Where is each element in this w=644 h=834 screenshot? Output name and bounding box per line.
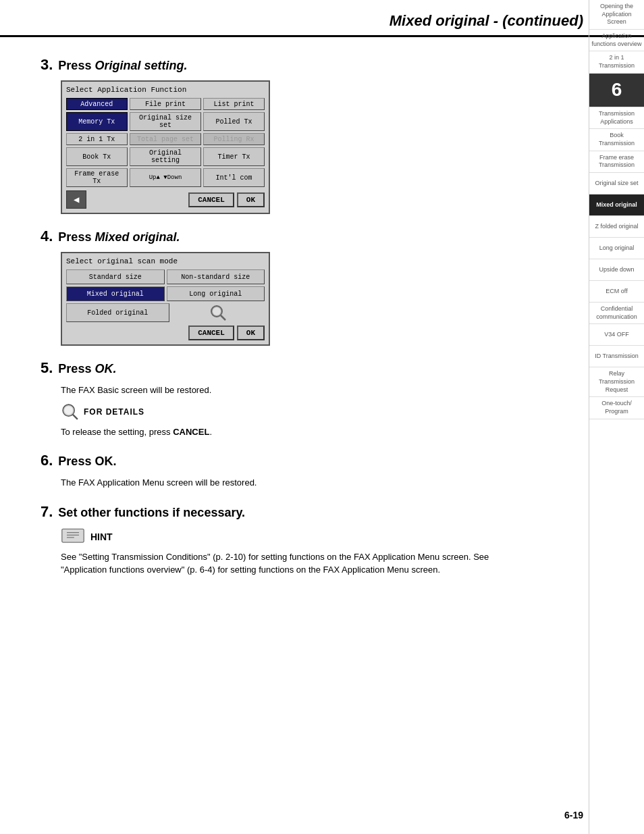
btn-original-setting[interactable]: Original setting xyxy=(130,147,202,166)
for-details-container: FOR DETAILS xyxy=(61,402,520,421)
sidebar-item-original-size[interactable]: Original size set xyxy=(589,173,644,194)
scan-row1: Standard size Non-standard size xyxy=(66,269,265,284)
svg-line-2 xyxy=(221,315,225,320)
btn-memory-tx[interactable]: Memory Tx xyxy=(66,112,128,131)
sidebar-item-confidential[interactable]: Confidential communication xyxy=(589,303,644,324)
page-number: 6-19 xyxy=(564,810,583,820)
step-6-text: Press OK. xyxy=(58,454,116,469)
btn-up-down[interactable]: Up▲ ▼Down xyxy=(130,168,202,187)
btn-cancel-2[interactable]: CANCEL xyxy=(188,325,234,340)
btn-standard-size[interactable]: Standard size xyxy=(66,269,165,284)
step-4-number: 4. xyxy=(41,228,53,245)
dialog2-bottom: CANCEL OK xyxy=(66,325,265,340)
step-4-heading: 4. Press Mixed original. xyxy=(41,228,520,245)
btn-book-tx[interactable]: Book Tx xyxy=(66,147,128,166)
step-5-number: 5. xyxy=(41,359,53,377)
btn-original-size-set[interactable]: Original size set xyxy=(130,112,202,131)
for-details-body: To release the setting, press CANCEL. xyxy=(61,425,520,439)
step-6-number: 6. xyxy=(41,452,53,469)
btn-2in1-tx[interactable]: 2 in 1 Tx xyxy=(66,133,128,145)
step-5: 5. Press OK. The FAX Basic screen will b… xyxy=(41,359,520,438)
dialog-application-function: Select Application Function Advanced Fil… xyxy=(61,80,270,214)
btn-total-page-set: Total page set xyxy=(130,133,202,145)
svg-line-5 xyxy=(73,414,78,419)
step-4-text: Press Mixed original. xyxy=(58,230,180,244)
step-6-body: The FAX Application Menu screen will be … xyxy=(61,476,520,490)
sidebar-item-frame-erase[interactable]: Frame erase Transmission xyxy=(589,151,644,173)
sidebar-item-upside-down[interactable]: Upside down xyxy=(589,259,644,281)
sidebar-item-book[interactable]: Book Transmission xyxy=(589,129,644,151)
btn-ok-2[interactable]: OK xyxy=(237,325,265,340)
btn-back[interactable]: ◀ xyxy=(66,190,86,209)
btn-timer-tx[interactable]: Timer Tx xyxy=(203,147,265,166)
svg-rect-6 xyxy=(62,529,84,542)
page-header: Mixed original - (continued) xyxy=(0,0,644,37)
sidebar-item-2in1[interactable]: 2 in 1 Transmission xyxy=(589,51,644,73)
hint-container: HINT xyxy=(61,527,520,546)
dialog-scan-mode: Select original scan mode Standard size … xyxy=(61,252,270,346)
btn-long-original[interactable]: Long original xyxy=(167,286,265,301)
dialog1-row3: 2 in 1 Tx Total page set Polling Rx xyxy=(66,133,265,145)
step-5-body: The FAX Basic screen will be restored. xyxy=(61,384,520,397)
sidebar-chapter-number: 6 xyxy=(589,74,644,107)
dialog2-title: Select original scan mode xyxy=(66,257,265,265)
btn-intl-com[interactable]: Int'l com xyxy=(203,168,265,187)
dialog1-row1: Advanced File print List print xyxy=(66,98,265,110)
sidebar-item-mixed-original[interactable]: Mixed original xyxy=(589,194,644,216)
for-details-icon xyxy=(61,402,80,421)
btn-folded-original[interactable]: Folded original xyxy=(66,303,169,322)
svg-point-1 xyxy=(213,307,221,315)
sidebar-item-transmission-apps[interactable]: Transmission Applications xyxy=(589,107,644,129)
step-5-heading: 5. Press OK. xyxy=(41,359,520,377)
hint-body: See "Setting Transmission Conditions" (p… xyxy=(61,550,520,577)
sidebar-item-one-touch[interactable]: One-touch/ Program xyxy=(589,397,644,419)
step-5-text: Press OK. xyxy=(58,362,116,376)
dialog1-row5: Frame erase Tx Up▲ ▼Down Int'l com xyxy=(66,168,265,187)
step-7-heading: 7. Set other functions if necessary. xyxy=(41,503,520,521)
btn-mixed-original[interactable]: Mixed original xyxy=(66,286,165,301)
step-7-text: Set other functions if necessary. xyxy=(58,506,245,520)
step-7: 7. Set other functions if necessary. HIN… xyxy=(41,503,520,577)
magnify-small-icon xyxy=(209,303,227,322)
step-6: 6. Press OK. The FAX Application Menu sc… xyxy=(41,452,520,490)
btn-list-print[interactable]: List print xyxy=(203,98,265,110)
btn-advanced[interactable]: Advanced xyxy=(66,98,128,110)
sidebar-item-app-functions[interactable]: Application functions overview xyxy=(589,30,644,51)
scan-row3: Folded original xyxy=(66,303,265,322)
hint-icon xyxy=(61,527,85,546)
sidebar-item-z-folded[interactable]: Z folded original xyxy=(589,216,644,238)
step-6-heading: 6. Press OK. xyxy=(41,452,520,469)
page-title: Mixed original - (continued) xyxy=(27,12,583,30)
dialog1-row4: Book Tx Original setting Timer Tx xyxy=(66,147,265,166)
btn-ok-1[interactable]: OK xyxy=(237,192,265,207)
sidebar: Opening the Application Screen Applicati… xyxy=(589,0,644,834)
sidebar-item-relay[interactable]: Relay Transmission Request xyxy=(589,367,644,397)
btn-cancel-1[interactable]: CANCEL xyxy=(188,192,234,207)
sidebar-item-opening[interactable]: Opening the Application Screen xyxy=(589,0,644,30)
btn-file-print[interactable]: File print xyxy=(130,98,202,110)
svg-point-4 xyxy=(64,406,72,414)
btn-polled-tx[interactable]: Polled Tx xyxy=(203,112,265,131)
for-details-label: FOR DETAILS xyxy=(84,407,144,417)
btn-frame-erase-tx[interactable]: Frame erase Tx xyxy=(66,168,128,187)
step-7-number: 7. xyxy=(41,503,53,521)
sidebar-item-long-original[interactable]: Long original xyxy=(589,238,644,259)
scan-icon-area xyxy=(171,303,265,322)
dialog1-row2: Memory Tx Original size set Polled Tx xyxy=(66,112,265,131)
step-3-number: 3. xyxy=(41,56,53,74)
hint-label: HINT xyxy=(90,531,113,542)
dialog1-bottom: ◀ CANCEL OK xyxy=(66,190,265,209)
step-3: 3. Press Original setting. Select Applic… xyxy=(41,56,520,214)
scan-row2: Mixed original Long original xyxy=(66,286,265,301)
sidebar-item-id-transmission[interactable]: ID Transmission xyxy=(589,346,644,367)
step-3-text: Press Original setting. xyxy=(58,59,187,73)
sidebar-item-v34-off[interactable]: V34 OFF xyxy=(589,324,644,346)
main-content: 3. Press Original setting. Select Applic… xyxy=(0,49,581,610)
step-3-heading: 3. Press Original setting. xyxy=(41,56,520,74)
sidebar-item-ecm-off[interactable]: ECM off xyxy=(589,281,644,303)
step-4: 4. Press Mixed original. Select original… xyxy=(41,228,520,346)
btn-polling-rx: Polling Rx xyxy=(203,133,265,145)
dialog1-title: Select Application Function xyxy=(66,86,265,94)
btn-non-standard-size[interactable]: Non-standard size xyxy=(167,269,265,284)
